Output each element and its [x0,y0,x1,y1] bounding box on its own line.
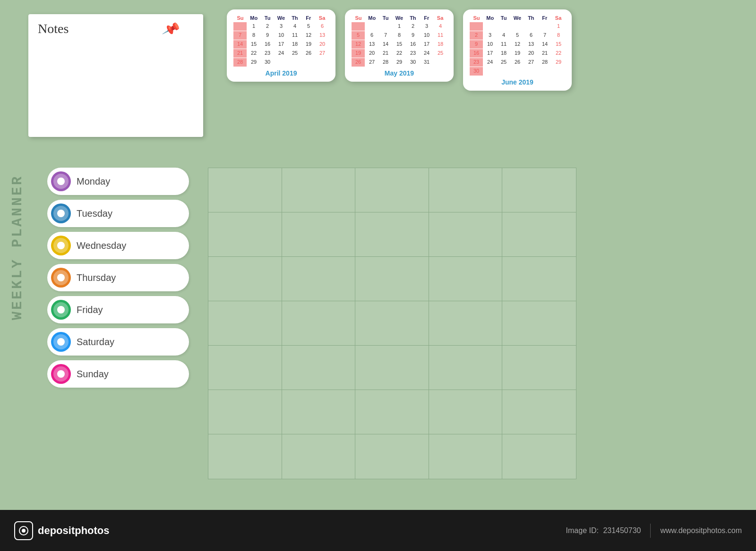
cal-cell: 16 [406,40,420,49]
cal-cell: 22 [552,49,565,58]
pushpin-icon: 📌 [161,19,181,39]
cal-cell: 13 [365,40,378,49]
cal-cell: 20 [365,49,378,58]
grid-cell [429,346,503,390]
grid-cell [502,212,576,256]
cal-cell [524,67,538,76]
cal-cell [511,67,524,76]
cal-june-header: Su Mo Tu We Th Fr Sa [470,15,565,21]
saturday-circle [51,332,71,352]
wednesday-circle-inner [57,242,65,249]
grid-row-4 [208,301,576,346]
cal-cell: 10 [420,31,433,40]
cal-cell: 10 [483,40,497,49]
grid-row-6 [208,390,576,434]
notes-card: Notes 📌 [28,14,203,137]
cal-cell [316,58,329,67]
cal-th-label: Th [406,15,420,21]
cal-cell: 9 [470,40,483,49]
grid-cell [208,257,282,301]
cal-cell: 30 [470,67,483,76]
cal-cell: 7 [379,31,392,40]
cal-cell: 11 [434,31,447,40]
cal-june-label: June 2019 [470,78,565,86]
tuesday-circle-inner [57,210,65,217]
grid-cell [502,257,576,301]
cal-cell: 12 [352,40,365,49]
cal-cell: 30 [406,58,420,67]
cal-cell [365,22,378,31]
grid-cell [502,346,576,390]
grid-cell [429,168,503,212]
cal-cell: 6 [316,22,329,31]
grid-cell [282,434,356,479]
cal-cell: 25 [288,49,301,58]
cal-cell: 25 [497,58,510,67]
cal-cell: 29 [393,58,406,67]
day-item-sunday: Sunday [47,360,189,388]
cal-sa-label: Sa [433,15,447,21]
cal-april-label: April 2019 [233,69,329,77]
grid-cell [429,301,503,345]
cal-cell: 2 [261,22,274,31]
grid-row-2 [208,212,576,257]
grid-cell [355,168,429,212]
grid-cell [282,168,356,212]
footer-bar: depositphotos Image ID: 231450730 www.de… [0,510,756,551]
sunday-circle [51,364,71,384]
weekly-planner-label: WEEKLY PLANNER [9,175,26,320]
grid-cell [208,212,282,256]
cal-may-header: Su Mo Tu We Th Fr Sa [352,15,447,21]
cal-tu-label: Tu [497,15,511,21]
grid-cell [282,257,356,301]
grid-cell [502,301,576,345]
cal-cell: 17 [483,49,497,58]
notes-title: Notes [38,21,69,36]
cal-cell [524,22,538,31]
cal-cell: 3 [420,22,433,31]
cal-cell: 16 [470,49,483,58]
monday-circle [51,171,71,191]
day-item-wednesday: Wednesday [47,232,189,259]
cal-cell: 4 [497,31,510,40]
thursday-circle [51,268,71,288]
cal-cell: 16 [261,40,274,49]
cal-cell: 26 [352,58,365,67]
cal-cell: 19 [352,49,365,58]
cal-cell: 15 [247,40,260,49]
cal-april-header: Su Mo Tu We Th Fr Sa [233,15,329,21]
cal-cell [511,22,524,31]
grid-cell [429,257,503,301]
sunday-label: Sunday [77,369,109,380]
grid-cell [355,346,429,390]
cal-cell [483,67,497,76]
cal-cell: 23 [261,49,274,58]
cal-cell [497,67,510,76]
grid-cell [502,390,576,434]
cal-cell: 22 [393,49,406,58]
cal-cell: 14 [233,40,247,49]
cal-cell: 18 [434,40,447,49]
thursday-circle-inner [57,274,65,281]
cal-cell [434,58,447,67]
cal-cell: 20 [316,40,329,49]
thursday-label: Thursday [77,272,116,283]
cal-cell: 10 [275,31,288,40]
cal-we-label: We [275,15,288,21]
cal-cell: 1 [393,22,406,31]
grid-cell [355,301,429,345]
cal-cell: 7 [233,31,247,40]
cal-cell [302,58,315,67]
grid-cell [355,434,429,479]
grid-cell [502,434,576,479]
cal-sa-label: Sa [315,15,329,21]
cal-sun-label: Su [233,15,247,21]
cal-cell: 8 [247,31,260,40]
grid-cell [208,390,282,434]
depositphotos-logo-icon [14,521,33,540]
cal-cell: 29 [247,58,260,67]
cal-cell: 12 [511,40,524,49]
image-id-label: Image ID: 231450730 [566,526,641,535]
calendar-may: Su Mo Tu We Th Fr Sa 1 2 3 4 5 6 7 8 9 1… [345,9,454,82]
wednesday-label: Wednesday [77,240,126,251]
